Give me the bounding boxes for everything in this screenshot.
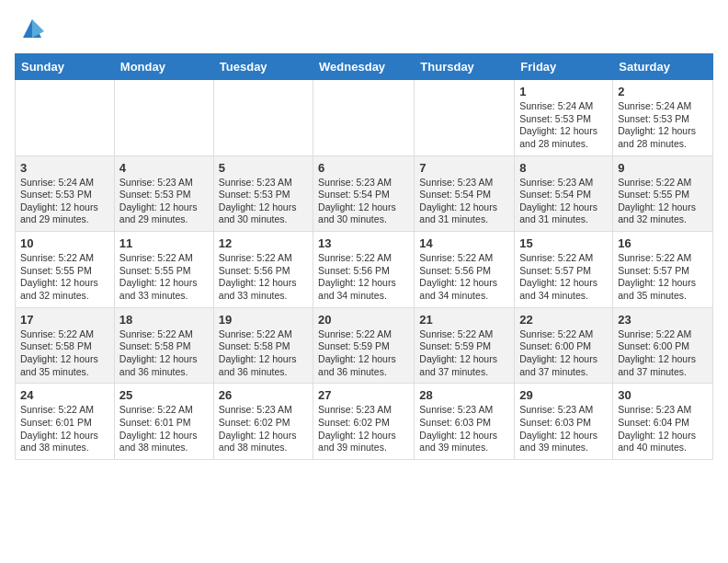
day-info: Daylight: 12 hours and 35 minutes. [20,353,109,378]
day-info: Sunset: 5:58 PM [219,340,308,353]
day-number: 5 [219,161,308,175]
day-info: Sunrise: 5:23 AM [318,404,409,417]
day-info: Daylight: 12 hours and 30 minutes. [219,201,308,226]
calendar-week-row: 24Sunrise: 5:22 AMSunset: 6:01 PMDayligh… [16,384,713,460]
day-info: Daylight: 12 hours and 36 minutes. [318,353,409,378]
day-number: 7 [419,161,509,175]
day-info: Daylight: 12 hours and 29 minutes. [119,201,209,226]
calendar-cell: 20Sunrise: 5:22 AMSunset: 5:59 PMDayligh… [313,307,415,384]
day-number: 2 [618,85,708,98]
calendar-table: SundayMondayTuesdayWednesdayThursdayFrid… [15,53,713,460]
calendar-cell: 5Sunrise: 5:23 AMSunset: 5:53 PMDaylight… [213,155,313,232]
day-info: Daylight: 12 hours and 30 minutes. [318,201,409,226]
day-info: Sunrise: 5:23 AM [219,404,308,417]
day-info: Daylight: 12 hours and 34 minutes. [419,277,509,302]
day-info: Sunrise: 5:22 AM [119,404,209,417]
day-info: Daylight: 12 hours and 32 minutes. [618,201,708,226]
logo-icon [18,15,46,42]
day-info: Sunset: 5:59 PM [318,340,409,353]
day-number: 10 [20,236,109,250]
calendar-cell: 23Sunrise: 5:22 AMSunset: 6:00 PMDayligh… [613,307,713,384]
day-number: 17 [20,313,109,327]
day-number: 19 [219,313,308,327]
day-info: Sunset: 5:53 PM [219,189,308,201]
calendar-cell: 6Sunrise: 5:23 AMSunset: 5:54 PMDaylight… [313,155,415,232]
day-info: Sunset: 5:54 PM [419,189,509,201]
calendar-cell: 1Sunrise: 5:24 AMSunset: 5:53 PMDaylight… [515,80,613,156]
calendar-week-row: 1Sunrise: 5:24 AMSunset: 5:53 PMDaylight… [16,80,713,156]
day-info: Daylight: 12 hours and 28 minutes. [519,125,608,150]
day-info: Sunrise: 5:22 AM [618,177,708,190]
day-info: Sunset: 5:53 PM [519,113,608,126]
day-info: Daylight: 12 hours and 33 minutes. [119,277,209,302]
calendar-cell: 17Sunrise: 5:22 AMSunset: 5:58 PMDayligh… [16,307,115,384]
day-number: 18 [119,313,209,327]
day-info: Sunrise: 5:22 AM [219,252,308,265]
calendar-cell: 12Sunrise: 5:22 AMSunset: 5:56 PMDayligh… [213,232,313,308]
day-info: Sunrise: 5:22 AM [20,328,109,341]
day-info: Daylight: 12 hours and 31 minutes. [419,201,509,226]
day-info: Sunset: 6:02 PM [219,417,308,430]
day-info: Sunset: 5:57 PM [519,265,608,278]
day-info: Sunrise: 5:23 AM [419,404,509,417]
day-info: Sunrise: 5:22 AM [20,404,109,417]
day-number: 16 [618,236,708,250]
day-info: Sunrise: 5:23 AM [618,404,708,417]
day-info: Sunset: 5:59 PM [419,340,509,353]
calendar-cell: 13Sunrise: 5:22 AMSunset: 5:56 PMDayligh… [313,232,415,308]
calendar-header-saturday: Saturday [613,54,713,80]
day-number: 1 [519,85,608,98]
day-info: Daylight: 12 hours and 36 minutes. [119,353,209,378]
day-info: Sunset: 5:58 PM [119,340,209,353]
day-info: Sunrise: 5:24 AM [519,100,608,113]
calendar-cell [313,80,415,156]
day-info: Daylight: 12 hours and 39 minutes. [419,430,509,454]
calendar-cell: 29Sunrise: 5:23 AMSunset: 6:03 PMDayligh… [515,384,613,460]
calendar-cell: 21Sunrise: 5:22 AMSunset: 5:59 PMDayligh… [415,307,515,384]
day-info: Sunrise: 5:23 AM [519,177,608,190]
calendar-cell: 2Sunrise: 5:24 AMSunset: 5:53 PMDaylight… [613,80,713,156]
day-info: Sunset: 5:54 PM [519,189,608,201]
calendar-cell: 19Sunrise: 5:22 AMSunset: 5:58 PMDayligh… [213,307,313,384]
day-info: Sunset: 6:03 PM [519,417,608,430]
calendar-cell: 3Sunrise: 5:24 AMSunset: 5:53 PMDaylight… [16,155,115,232]
day-number: 28 [419,388,509,402]
day-info: Daylight: 12 hours and 39 minutes. [519,430,608,454]
day-info: Sunrise: 5:22 AM [419,252,509,265]
calendar-cell [114,80,213,156]
day-info: Sunrise: 5:23 AM [419,177,509,190]
day-info: Sunrise: 5:24 AM [20,177,109,190]
day-number: 21 [419,313,509,327]
day-info: Sunset: 6:04 PM [618,417,708,430]
calendar-week-row: 10Sunrise: 5:22 AMSunset: 5:55 PMDayligh… [16,232,713,308]
day-number: 26 [219,388,308,402]
day-info: Daylight: 12 hours and 37 minutes. [519,353,608,378]
calendar-cell: 11Sunrise: 5:22 AMSunset: 5:55 PMDayligh… [114,232,213,308]
calendar-cell: 26Sunrise: 5:23 AMSunset: 6:02 PMDayligh… [213,384,313,460]
day-number: 12 [219,236,308,250]
day-info: Sunset: 5:54 PM [318,189,409,201]
day-info: Daylight: 12 hours and 39 minutes. [318,430,409,454]
day-info: Daylight: 12 hours and 28 minutes. [618,125,708,150]
day-number: 11 [119,236,209,250]
calendar-cell: 4Sunrise: 5:23 AMSunset: 5:53 PMDaylight… [114,155,213,232]
page-header [15,15,713,42]
day-info: Sunrise: 5:22 AM [219,328,308,341]
day-info: Daylight: 12 hours and 31 minutes. [519,201,608,226]
day-info: Sunset: 5:53 PM [618,113,708,126]
day-info: Sunset: 6:01 PM [119,417,209,430]
calendar-cell: 24Sunrise: 5:22 AMSunset: 6:01 PMDayligh… [16,384,115,460]
calendar-cell: 22Sunrise: 5:22 AMSunset: 6:00 PMDayligh… [515,307,613,384]
day-info: Sunrise: 5:22 AM [618,252,708,265]
day-number: 23 [618,313,708,327]
calendar-cell [213,80,313,156]
day-number: 27 [318,388,409,402]
day-info: Sunrise: 5:22 AM [119,252,209,265]
calendar-cell [415,80,515,156]
day-info: Sunrise: 5:22 AM [318,252,409,265]
day-number: 22 [519,313,608,327]
day-number: 14 [419,236,509,250]
calendar-cell: 28Sunrise: 5:23 AMSunset: 6:03 PMDayligh… [415,384,515,460]
day-number: 6 [318,161,409,175]
day-number: 30 [618,388,708,402]
